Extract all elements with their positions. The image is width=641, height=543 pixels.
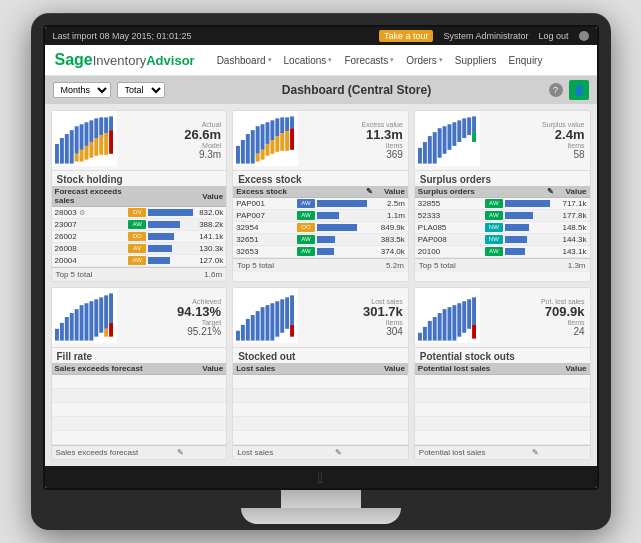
table-row: PLA085 NW 148.5k [415, 222, 590, 234]
svg-rect-79 [290, 325, 294, 337]
kpi-stocked-out: Lost sales 301.7k Items 304 Stocked out … [232, 287, 409, 460]
brand-sage: Sage [55, 51, 93, 69]
filter-bar: Months Total Dashboard (Central Store) ?… [45, 76, 597, 104]
chevron-down-icon: ▾ [390, 56, 394, 64]
edit-icon: ✎ [532, 448, 539, 457]
row-badge-bar: OO [294, 222, 376, 234]
stocked-out-title: Stocked out [233, 348, 408, 363]
items-value: 369 [303, 149, 403, 160]
fill-rate-title: Fill rate [52, 348, 227, 363]
kpi-surplus-orders-values: Surplus value 2.4m Items 58 [480, 111, 590, 170]
fill-rate-values: Achieved 94.13% Target 95.21% [117, 288, 227, 347]
row-id: 32653 [233, 246, 294, 258]
col-value-header: Value [376, 186, 408, 198]
footer-label: Top 5 total [56, 270, 93, 279]
kpi-top-potential: Pot. lost sales 709.9k Items 24 [415, 288, 590, 348]
col-name-header: Lost sales [233, 363, 342, 375]
nav-forecasts[interactable]: Forecasts ▾ [338, 53, 400, 68]
nav-suppliers[interactable]: Suppliers [449, 53, 503, 68]
svg-rect-32 [275, 118, 279, 136]
svg-rect-36 [285, 117, 289, 131]
badge: NW [485, 223, 503, 232]
target-value: 95.21% [122, 326, 222, 337]
svg-rect-6 [79, 124, 83, 150]
svg-rect-34 [280, 117, 284, 133]
row-id: 32651 [233, 234, 294, 246]
col-name-header: Excess stock [233, 186, 294, 198]
svg-rect-63 [104, 295, 108, 328]
bar [148, 257, 170, 264]
nav-locations[interactable]: Locations ▾ [278, 53, 339, 68]
stock-holding-table: Forecast exceeds sales Value 28003 ⚙ OV [52, 186, 227, 267]
kpi-fill-rate: Achieved 94.13% Target 95.21% Fill rate … [51, 287, 228, 460]
top-bar: Last import 08 May 2015; 01:01:25 Take a… [45, 27, 597, 45]
target-label: Target [122, 319, 222, 326]
col-name-header: Sales exceeds forecast [52, 363, 188, 375]
monitor-stand-base [241, 508, 401, 524]
row-value: 374.0k [376, 246, 408, 258]
svg-rect-86 [447, 307, 451, 340]
settings-icon[interactable] [579, 31, 589, 41]
svg-rect-72 [261, 307, 265, 340]
kpi-excess-stock-values: Excess value 11.3m Items 369 [298, 111, 408, 170]
col-name-header: Forecast exceeds sales [52, 186, 126, 207]
nav-bar: Sage Inventory Advisor Dashboard ▾ Locat… [45, 45, 597, 76]
svg-rect-18 [109, 116, 113, 130]
svg-rect-7 [79, 150, 83, 162]
months-filter[interactable]: Months [53, 82, 111, 98]
take-tour-button[interactable]: Take a tour [379, 30, 434, 42]
svg-rect-90 [467, 299, 471, 329]
col-value-header: Value [125, 186, 226, 207]
svg-rect-26 [261, 124, 265, 150]
logout-link[interactable]: Log out [538, 31, 568, 41]
potential-title: Potential stock outs [415, 348, 590, 363]
row-value: 383.5k [376, 234, 408, 246]
svg-rect-77 [285, 297, 289, 328]
col-edit-header: ✎ [482, 186, 558, 198]
bar [317, 248, 334, 255]
footer-label: Top 5 total [419, 261, 456, 270]
svg-rect-85 [442, 309, 446, 340]
items-label: Items [485, 319, 585, 326]
brand-inventory: Inventory [93, 53, 146, 68]
table-row: 32653 AW 374.0k [233, 246, 408, 258]
table-row [52, 417, 227, 431]
svg-rect-12 [94, 118, 98, 138]
svg-rect-74 [271, 303, 275, 340]
svg-rect-24 [256, 126, 260, 154]
user-icon[interactable]: 👤 [569, 80, 589, 100]
svg-rect-52 [472, 132, 476, 142]
svg-rect-51 [472, 116, 476, 132]
badge: AV [128, 244, 146, 253]
svg-rect-60 [89, 301, 93, 340]
svg-rect-66 [109, 323, 113, 337]
svg-rect-22 [246, 134, 250, 164]
svg-rect-78 [290, 295, 294, 325]
total-filter[interactable]: Total [117, 82, 165, 98]
footer-label: Top 5 total [237, 261, 274, 270]
table-row [52, 389, 227, 403]
bar [148, 209, 193, 216]
nav-enquiry[interactable]: Enquiry [503, 53, 549, 68]
table-row: 32954 OO 849.9k [233, 222, 408, 234]
table-row [233, 389, 408, 403]
svg-rect-84 [437, 313, 441, 341]
col-value-header: Value [557, 186, 589, 198]
badge: AW [128, 220, 146, 229]
monitor: Last import 08 May 2015; 01:01:25 Take a… [31, 13, 611, 530]
badge: NW [485, 235, 503, 244]
row-id: 32855 [415, 198, 482, 210]
table-row: 28003 ⚙ OV 832.0k [52, 207, 227, 219]
svg-rect-53 [55, 329, 59, 341]
table-row [415, 431, 590, 445]
table-footer: Sales exceeds forecast ✎ [52, 445, 227, 459]
table-row: PAP001 AW 2.5m [233, 198, 408, 210]
row-value: 1.1m [376, 210, 408, 222]
stocked-out-table: Lost sales Value [233, 363, 408, 445]
help-icon[interactable]: ? [549, 83, 563, 97]
nav-orders[interactable]: Orders ▾ [400, 53, 449, 68]
bar [505, 224, 529, 231]
row-id: PAP001 [233, 198, 294, 210]
svg-rect-49 [462, 118, 466, 138]
nav-dashboard[interactable]: Dashboard ▾ [211, 53, 278, 68]
